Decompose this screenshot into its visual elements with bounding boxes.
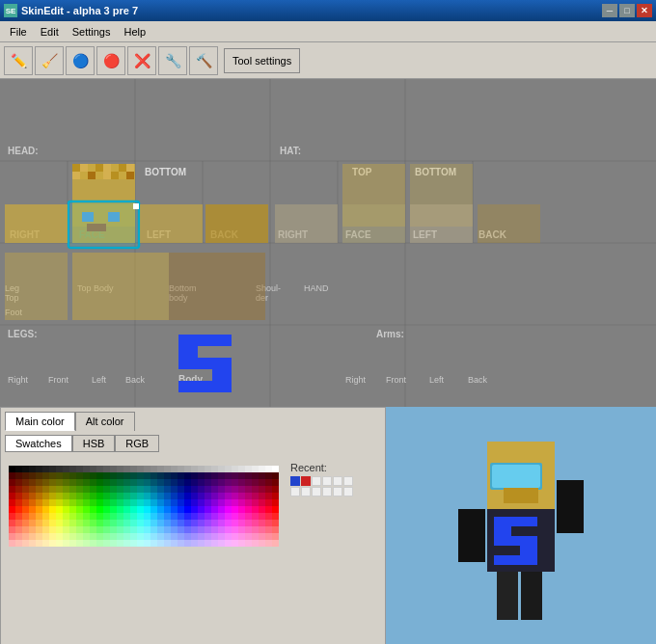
- color-swatch[interactable]: [42, 506, 49, 513]
- color-swatch[interactable]: [265, 533, 272, 540]
- color-swatch[interactable]: [184, 506, 191, 513]
- recent-swatch-4[interactable]: [322, 476, 332, 486]
- color-swatch[interactable]: [130, 540, 137, 547]
- color-swatch[interactable]: [137, 533, 144, 540]
- color-swatch[interactable]: [110, 466, 117, 472]
- color-swatch[interactable]: [9, 533, 15, 540]
- color-swatch[interactable]: [225, 513, 232, 520]
- color-swatch[interactable]: [225, 479, 232, 486]
- color-swatch[interactable]: [22, 520, 29, 526]
- color-swatch[interactable]: [184, 520, 191, 526]
- color-swatch[interactable]: [259, 513, 265, 520]
- color-swatch[interactable]: [123, 472, 130, 479]
- color-swatch[interactable]: [96, 513, 103, 520]
- color-swatch[interactable]: [272, 513, 279, 520]
- color-swatch[interactable]: [63, 506, 69, 513]
- color-swatch[interactable]: [130, 513, 137, 520]
- color-swatch[interactable]: [56, 513, 63, 520]
- color-swatch[interactable]: [63, 526, 69, 533]
- color-swatch[interactable]: [205, 513, 211, 520]
- color-swatch[interactable]: [157, 520, 164, 526]
- color-swatch[interactable]: [205, 506, 211, 513]
- color-swatch[interactable]: [211, 493, 218, 499]
- color-swatch[interactable]: [265, 479, 272, 486]
- color-swatch[interactable]: [42, 513, 49, 520]
- color-swatch[interactable]: [164, 513, 171, 520]
- color-swatch[interactable]: [178, 520, 184, 526]
- color-swatch[interactable]: [83, 486, 90, 493]
- menu-file[interactable]: File: [4, 24, 33, 40]
- minimize-button[interactable]: ─: [602, 4, 617, 17]
- color-swatch[interactable]: [36, 486, 42, 493]
- color-swatch[interactable]: [265, 486, 272, 493]
- color-swatch[interactable]: [178, 513, 184, 520]
- color-swatch[interactable]: [36, 506, 42, 513]
- color-swatch[interactable]: [69, 466, 76, 472]
- color-swatch[interactable]: [96, 466, 103, 472]
- color-swatch[interactable]: [150, 472, 157, 479]
- color-swatch[interactable]: [96, 493, 103, 499]
- color-swatch[interactable]: [49, 506, 56, 513]
- color-swatch[interactable]: [15, 533, 22, 540]
- color-swatch[interactable]: [83, 513, 90, 520]
- color-swatch[interactable]: [56, 506, 63, 513]
- color-swatch[interactable]: [42, 499, 49, 506]
- color-swatch[interactable]: [63, 493, 69, 499]
- color-swatch[interactable]: [76, 540, 83, 547]
- color-swatch[interactable]: [22, 533, 29, 540]
- recent-swatch-7[interactable]: [290, 487, 300, 496]
- color-swatch[interactable]: [171, 533, 178, 540]
- color-swatch[interactable]: [198, 540, 205, 547]
- color-swatch[interactable]: [225, 506, 232, 513]
- color-swatch[interactable]: [232, 540, 238, 547]
- color-swatch[interactable]: [9, 513, 15, 520]
- color-swatch[interactable]: [29, 506, 36, 513]
- color-swatch[interactable]: [36, 472, 42, 479]
- color-swatch[interactable]: [272, 466, 279, 472]
- color-swatch[interactable]: [178, 472, 184, 479]
- color-swatch[interactable]: [36, 493, 42, 499]
- color-swatch[interactable]: [110, 486, 117, 493]
- color-swatch[interactable]: [123, 486, 130, 493]
- color-swatch[interactable]: [198, 486, 205, 493]
- color-swatch[interactable]: [144, 540, 150, 547]
- color-swatch[interactable]: [232, 513, 238, 520]
- color-swatch[interactable]: [103, 526, 110, 533]
- color-swatch[interactable]: [232, 506, 238, 513]
- color-swatch[interactable]: [205, 520, 211, 526]
- color-swatch[interactable]: [198, 466, 205, 472]
- color-swatch[interactable]: [123, 493, 130, 499]
- color-swatch[interactable]: [252, 493, 259, 499]
- fill-tool[interactable]: 🔴: [96, 46, 125, 75]
- color-swatch[interactable]: [9, 520, 15, 526]
- color-swatch[interactable]: [205, 526, 211, 533]
- color-swatch[interactable]: [69, 486, 76, 493]
- color-swatch[interactable]: [117, 472, 123, 479]
- color-swatch[interactable]: [29, 513, 36, 520]
- color-swatch[interactable]: [198, 499, 205, 506]
- color-swatch[interactable]: [238, 526, 245, 533]
- color-swatch[interactable]: [184, 499, 191, 506]
- color-swatch[interactable]: [259, 472, 265, 479]
- color-swatch[interactable]: [218, 493, 225, 499]
- color-swatch[interactable]: [157, 479, 164, 486]
- color-swatch[interactable]: [49, 466, 56, 472]
- color-swatch[interactable]: [205, 493, 211, 499]
- color-swatch[interactable]: [76, 466, 83, 472]
- color-swatch[interactable]: [245, 499, 252, 506]
- color-swatch[interactable]: [178, 533, 184, 540]
- color-swatch[interactable]: [137, 472, 144, 479]
- tab-alt-color[interactable]: Alt color: [75, 412, 135, 431]
- color-swatch[interactable]: [171, 499, 178, 506]
- color-swatch[interactable]: [150, 499, 157, 506]
- color-swatch[interactable]: [9, 526, 15, 533]
- eraser-tool[interactable]: 🧹: [35, 46, 64, 75]
- color-swatch[interactable]: [184, 479, 191, 486]
- color-swatch[interactable]: [171, 466, 178, 472]
- color-swatch[interactable]: [171, 493, 178, 499]
- color-swatch[interactable]: [205, 533, 211, 540]
- color-swatch[interactable]: [157, 486, 164, 493]
- color-swatch[interactable]: [137, 520, 144, 526]
- color-swatch[interactable]: [15, 493, 22, 499]
- color-swatch[interactable]: [211, 466, 218, 472]
